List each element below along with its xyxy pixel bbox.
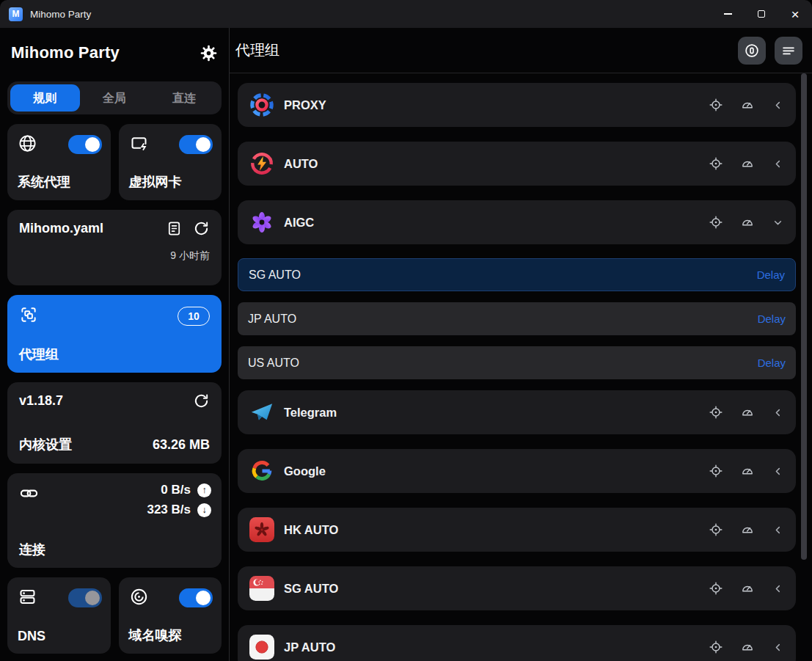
maximize-button[interactable] — [745, 0, 778, 28]
group-actions — [709, 522, 784, 537]
locate-current-node-icon[interactable] — [709, 98, 723, 112]
sidebar-header: Mihomo Party — [7, 34, 222, 72]
proxy-group-name: AIGC — [284, 216, 709, 230]
chevron-left-icon[interactable] — [772, 406, 784, 419]
proxy-node-row[interactable]: US AUTODelay — [238, 346, 796, 379]
delay-test-group-icon[interactable] — [740, 581, 755, 596]
server-icon — [18, 596, 37, 609]
chevron-left-icon[interactable] — [772, 99, 784, 112]
sidebar-app-title: Mihomo Party — [11, 43, 120, 62]
locate-current-node-icon[interactable] — [709, 405, 723, 420]
delay-test-group-icon[interactable] — [740, 156, 755, 171]
profile-edit-icon[interactable] — [166, 220, 183, 237]
toggle-knob — [85, 137, 100, 152]
window-controls: × — [711, 0, 812, 28]
chevron-left-icon[interactable] — [772, 465, 784, 478]
sidebar-item-proxy-groups[interactable]: 10 代理组 — [7, 295, 222, 373]
chevron-down-icon[interactable] — [772, 216, 784, 229]
toggle-card-系统代理[interactable]: 系统代理 — [7, 124, 111, 200]
sidebar-item-core-settings[interactable]: v1.18.7 内核设置 63.26 MB — [7, 382, 222, 464]
proxy-groups-count-badge: 10 — [178, 307, 210, 326]
delay-test-group-icon[interactable] — [740, 98, 755, 112]
flag-hk — [249, 517, 274, 542]
mode-tab-global[interactable]: 全局 — [80, 84, 150, 112]
proxy-group-row[interactable]: Telegram — [238, 390, 796, 434]
globe-icon — [18, 143, 37, 156]
chevron-left-icon[interactable] — [772, 641, 784, 654]
top-toggle-cards: 系统代理虚拟网卡 — [7, 124, 222, 200]
close-button[interactable]: × — [778, 0, 812, 28]
group-collapse-all-button[interactable] — [775, 37, 802, 65]
delay-test-group-icon[interactable] — [740, 464, 755, 478]
delay-test-group-icon[interactable] — [740, 405, 755, 420]
connections-link-icon — [19, 493, 39, 505]
locate-current-node-icon[interactable] — [709, 156, 723, 171]
settings-gear-icon[interactable] — [200, 44, 218, 62]
proxy-node-row[interactable]: SG AUTODelay — [238, 258, 796, 291]
proxy-logo — [249, 92, 274, 117]
list-lines-icon — [780, 43, 797, 59]
delay-test-button[interactable]: Delay — [758, 357, 786, 369]
mode-tab-direct[interactable]: 直连 — [149, 84, 219, 112]
proxy-group-row[interactable]: PROXY — [238, 83, 796, 127]
telegram-logo — [249, 400, 274, 425]
proxy-node-name: US AUTO — [248, 357, 758, 370]
toggle-card-域名嗅探[interactable]: 域名嗅探 — [119, 577, 222, 654]
mode-tab-rule[interactable]: 规则 — [10, 84, 80, 112]
header-buttons — [738, 37, 802, 65]
group-actions — [709, 98, 784, 112]
proxy-group-row[interactable]: JP AUTO — [238, 625, 796, 661]
zero-traffic-icon — [744, 43, 760, 59]
bottom-toggle-cards: DNS域名嗅探 — [7, 577, 222, 654]
delay-test-button[interactable]: Delay — [757, 269, 785, 281]
profile-name: Mihomo.yaml — [19, 221, 156, 236]
sidebar: Mihomo Party 规则全局直连 系统 — [0, 28, 230, 661]
chevron-left-icon[interactable] — [772, 583, 784, 595]
toggle-switch[interactable] — [179, 588, 213, 607]
scrollbar[interactable] — [801, 73, 807, 560]
proxy-node-row[interactable]: JP AUTODelay — [238, 302, 796, 335]
proxy-group-row[interactable]: AIGC — [238, 200, 796, 244]
locate-current-node-icon[interactable] — [709, 464, 723, 478]
core-restart-icon[interactable] — [193, 392, 210, 409]
tun-icon — [129, 143, 149, 156]
toggle-card-label: DNS — [18, 629, 45, 644]
profile-refresh-icon[interactable] — [193, 220, 210, 237]
delay-test-group-icon[interactable] — [740, 215, 755, 230]
titlebar-title: Mihomo Party — [30, 9, 91, 20]
toggle-knob — [85, 591, 100, 605]
minimize-button[interactable] — [711, 0, 745, 28]
sidebar-item-connections[interactable]: 0 B/s ↑ 323 B/s ↓ 连接 — [7, 473, 222, 568]
locate-current-node-icon[interactable] — [709, 215, 723, 230]
toggle-card-label: 虚拟网卡 — [129, 173, 182, 191]
delay-test-group-icon[interactable] — [740, 522, 755, 537]
proxy-node-list: SG AUTODelayJP AUTODelayUS AUTODelay — [238, 258, 796, 379]
delay-test-group-icon[interactable] — [740, 640, 755, 654]
flag-sg — [249, 576, 274, 601]
sidebar-item-profile[interactable]: Mihomo.yaml 9 小时前 — [7, 210, 222, 285]
proxy-group-row[interactable]: SG AUTO — [238, 566, 796, 610]
upload-rate: 0 B/s — [161, 483, 191, 497]
proxy-group-name: PROXY — [284, 98, 709, 112]
toggle-switch[interactable] — [68, 588, 102, 607]
auto-logo — [249, 151, 274, 176]
upload-arrow-icon: ↑ — [197, 483, 211, 497]
traffic-display-toggle-button[interactable] — [738, 37, 766, 65]
toggle-switch[interactable] — [179, 135, 213, 154]
toggle-card-DNS[interactable]: DNS — [7, 577, 111, 654]
toggle-card-虚拟网卡[interactable]: 虚拟网卡 — [119, 124, 222, 200]
proxy-group-row[interactable]: HK AUTO — [238, 508, 796, 552]
locate-current-node-icon[interactable] — [709, 522, 723, 537]
toggle-card-label: 域名嗅探 — [129, 627, 182, 644]
delay-test-button[interactable]: Delay — [758, 313, 786, 325]
locate-current-node-icon[interactable] — [709, 581, 723, 596]
locate-current-node-icon[interactable] — [709, 640, 723, 654]
chevron-left-icon[interactable] — [772, 524, 784, 536]
proxy-group-row[interactable]: Google — [238, 449, 796, 493]
toggle-switch[interactable] — [68, 135, 102, 154]
proxy-group-name: HK AUTO — [284, 523, 709, 537]
proxy-group-name: Google — [284, 464, 709, 478]
download-arrow-icon: ↓ — [197, 503, 211, 517]
chevron-left-icon[interactable] — [772, 158, 784, 170]
proxy-group-row[interactable]: AUTO — [238, 142, 796, 186]
